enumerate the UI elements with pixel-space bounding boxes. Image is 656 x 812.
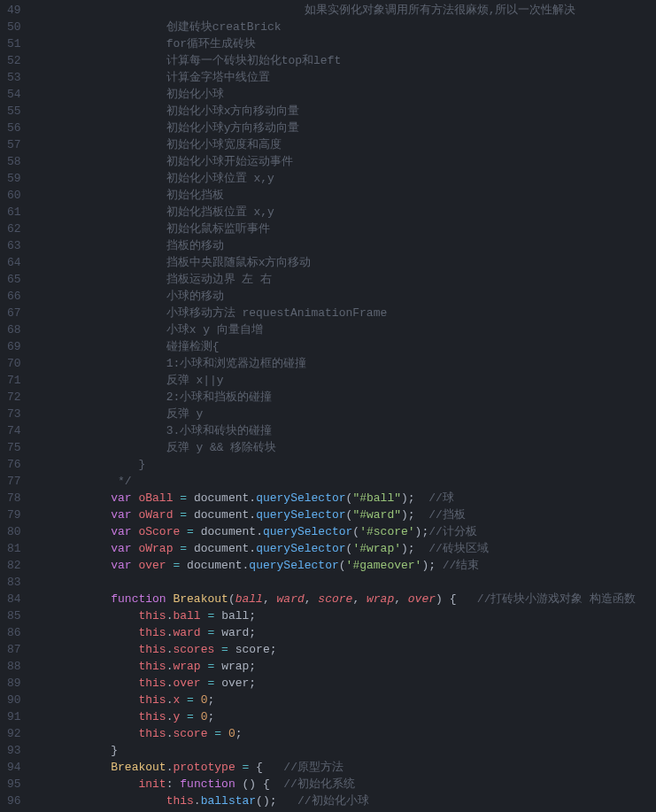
code-line[interactable]: 计算每一个砖块初始化top和left <box>28 52 656 69</box>
token-p: . <box>249 542 256 555</box>
code-line[interactable]: } <box>28 742 656 759</box>
code-line[interactable]: this.ballstar(); //初始化小球 <box>28 793 656 809</box>
token-param: ball <box>235 592 263 606</box>
code-line[interactable]: this.score = 0; <box>28 725 656 742</box>
code-line[interactable]: 3.小球和砖块的碰撞 <box>28 422 656 439</box>
token-p <box>228 643 235 656</box>
code-line[interactable]: 小球的移动 <box>28 288 656 305</box>
line-number: 62 <box>7 220 21 237</box>
code-line[interactable]: 反弹 y && 移除砖块 <box>28 439 656 456</box>
token-cmt: */ <box>118 475 132 488</box>
code-line[interactable]: this.wrap = wrap; <box>28 658 656 675</box>
token-op: = <box>187 710 194 723</box>
token-var: oScore <box>138 525 180 538</box>
code-line[interactable]: 小球移动方法 requestAnimationFrame <box>28 305 656 321</box>
line-number: 74 <box>7 422 21 439</box>
token-num: 0 <box>201 710 208 723</box>
code-line[interactable]: 碰撞检测{ <box>28 338 656 355</box>
code-line[interactable]: 小球x y 向量自增 <box>28 321 656 338</box>
token-p <box>214 626 221 639</box>
token-p: { <box>249 761 283 774</box>
code-line[interactable]: */ <box>28 473 656 490</box>
code-line[interactable]: 初始化小球位置 x,y <box>28 170 656 187</box>
token-str: '#score' <box>359 525 414 538</box>
code-line[interactable]: init: function () { //初始化系统 <box>28 776 656 793</box>
token-prop: over <box>221 677 249 690</box>
code-line[interactable]: var over = document.querySelector('#game… <box>28 557 656 574</box>
code-line[interactable]: this.scores = score; <box>28 641 656 658</box>
code-line[interactable]: this.ward = ward; <box>28 624 656 641</box>
token-p <box>180 525 187 538</box>
token-op: = <box>180 491 187 505</box>
code-line[interactable]: 反弹 y <box>28 406 656 422</box>
line-number: 52 <box>7 52 21 69</box>
line-number: 76 <box>7 456 21 473</box>
line-number: 49 <box>7 2 21 19</box>
code-line[interactable]: Breakout.prototype = { //原型方法 <box>28 759 656 776</box>
code-line[interactable]: 初始化小球x方向移动向量 <box>28 103 656 120</box>
line-number: 94 <box>7 759 21 776</box>
line-number: 53 <box>7 69 21 86</box>
code-line[interactable]: this.ball = ball; <box>28 607 656 624</box>
code-line[interactable]: 初始化小球y方向移动向量 <box>28 120 656 136</box>
code-line[interactable]: 2:小球和挡板的碰撞 <box>28 389 656 406</box>
token-p <box>214 643 221 656</box>
line-number: 96 <box>7 793 21 809</box>
token-key: var <box>111 542 131 555</box>
line-number: 50 <box>7 19 21 35</box>
code-area[interactable]: 如果实例化对象调用所有方法很麻烦,所以一次性解决 创建砖块creatBrick … <box>28 0 656 812</box>
code-editor[interactable]: 4950515253545556575859606162636465666768… <box>0 0 656 812</box>
code-line[interactable]: 计算金字塔中线位置 <box>28 69 656 86</box>
token-p <box>187 491 194 505</box>
token-cmt: 3.小球和砖块的碰撞 <box>166 424 273 437</box>
code-line[interactable]: 挡板中央跟随鼠标x方向移动 <box>28 254 656 271</box>
code-line[interactable]: this.y = 0; <box>28 708 656 725</box>
code-line[interactable]: 初始化挡板位置 x,y <box>28 204 656 220</box>
token-cmt: 小球移动方法 requestAnimationFrame <box>166 306 388 320</box>
code-line[interactable]: var oWard = document.querySelector("#war… <box>28 507 656 523</box>
code-line[interactable]: var oWrap = document.querySelector('#wra… <box>28 540 656 557</box>
token-var: score <box>173 727 207 740</box>
line-number: 58 <box>7 153 21 170</box>
token-cmt: 反弹 y && 移除砖块 <box>166 441 277 454</box>
code-line[interactable]: this.x = 0; <box>28 692 656 708</box>
token-key: var <box>111 491 131 505</box>
line-number: 81 <box>7 540 21 557</box>
token-prop: ball <box>221 609 249 623</box>
line-number: 54 <box>7 86 21 103</box>
token-cmt: 初始化挡板 <box>166 189 224 202</box>
token-cmt: 初始化小球x方向移动向量 <box>166 104 300 118</box>
code-line[interactable]: 创建砖块creatBrick <box>28 19 656 35</box>
code-line[interactable]: function Breakout(ball, ward, score, wra… <box>28 591 656 607</box>
token-cmt: 反弹 y <box>166 407 204 421</box>
code-line[interactable]: for循环生成砖块 <box>28 35 656 52</box>
line-number: 86 <box>7 624 21 641</box>
token-func: querySelector <box>256 508 345 522</box>
code-line[interactable]: var oBall = document.querySelector("#bal… <box>28 490 656 507</box>
token-p <box>214 609 221 623</box>
code-line[interactable]: 初始化挡板 <box>28 187 656 204</box>
code-line[interactable]: this.over = over; <box>28 675 656 692</box>
code-line[interactable]: 1:小球和浏览器边框的碰撞 <box>28 355 656 372</box>
token-cmt: } <box>138 458 145 471</box>
token-cmt: 计算每一个砖块初始化top和left <box>166 54 342 67</box>
code-line[interactable]: 反弹 x||y <box>28 372 656 389</box>
code-line[interactable]: 初始化小球开始运动事件 <box>28 153 656 170</box>
code-line[interactable] <box>28 574 656 591</box>
line-number: 88 <box>7 658 21 675</box>
code-line[interactable]: 初始化鼠标监听事件 <box>28 220 656 237</box>
token-p: (); <box>256 794 297 808</box>
token-var: scores <box>173 643 214 656</box>
code-line[interactable]: 挡板运动边界 左 右 <box>28 271 656 288</box>
token-op: = <box>180 508 187 522</box>
token-p: ; <box>270 643 277 656</box>
token-p <box>201 626 208 639</box>
token-p: () { <box>235 777 284 791</box>
code-line[interactable]: var oScore = document.querySelector('#sc… <box>28 523 656 540</box>
code-line[interactable]: 初始化小球 <box>28 86 656 103</box>
code-line[interactable]: } <box>28 456 656 473</box>
code-line[interactable]: 如果实例化对象调用所有方法很麻烦,所以一次性解决 <box>28 2 656 19</box>
code-line[interactable]: 初始化小球宽度和高度 <box>28 136 656 153</box>
code-line[interactable]: 挡板的移动 <box>28 237 656 254</box>
token-prop: ward <box>221 626 249 639</box>
